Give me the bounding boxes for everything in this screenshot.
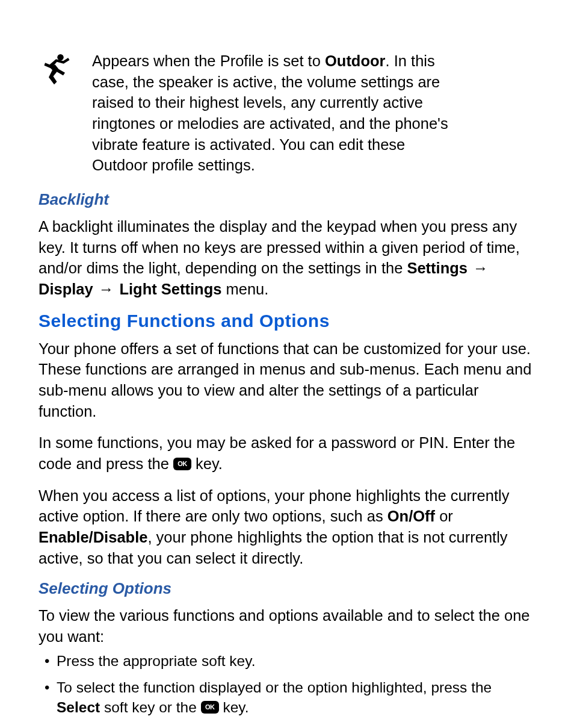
outdoor-running-person-icon [43,78,70,88]
text-fragment: key. [219,699,249,715]
selecting-functions-heading: Selecting Functions and Options [39,311,539,331]
list-item: To view the next function or highlight t… [43,724,539,728]
menu-path-settings: Settings [407,260,468,276]
page: Appears when the Profile is set to Outdo… [0,0,574,728]
outdoor-bold-label: Outdoor [325,52,386,69]
text-fragment: Appears when the Profile is set to [92,52,325,69]
text-fragment: Press the appropriate soft key. [57,653,255,669]
backlight-heading: Backlight [39,190,539,209]
arrow-icon: → [97,279,116,300]
text-fragment: To view the next function or highlight t… [57,726,519,728]
selecting-p2: In some functions, you may be asked for … [39,432,539,474]
selecting-options-heading: Selecting Options [39,579,539,598]
arrow-icon: → [472,258,490,279]
text-fragment: or [435,508,453,524]
text-fragment: soft key or the [100,699,201,715]
text-fragment: To select the function displayed or the … [57,679,492,695]
svg-point-0 [57,54,64,61]
selecting-options-list: Press the appropriate soft key. To selec… [39,651,539,728]
menu-path-display: Display [39,281,93,297]
enable-disable-label: Enable/Disable [39,529,147,546]
outdoor-icon-description: Appears when the Profile is set to Outdo… [92,51,539,176]
ok-key-icon: OK [173,458,191,470]
text-fragment: menu. [221,281,268,297]
selecting-options-intro: To view the various functions and option… [39,605,539,647]
list-item: To select the function displayed or the … [43,677,539,718]
text-fragment: . In this case, the speaker is active, t… [92,52,448,173]
outdoor-icon-row: Appears when the Profile is set to Outdo… [39,51,539,176]
list-item: Press the appropriate soft key. [43,651,539,671]
selecting-p1: Your phone offers a set of functions tha… [39,338,539,422]
select-key-label: Select [57,699,100,715]
text-fragment: key. [191,455,223,472]
menu-path-light-settings: Light Settings [119,281,221,297]
text-fragment: In some functions, you may be asked for … [39,434,515,472]
selecting-p3: When you access a list of options, your … [39,485,539,569]
backlight-paragraph: A backlight illuminates the display and … [39,216,539,300]
outdoor-icon-cell [39,51,76,89]
on-off-label: On/Off [387,508,435,524]
ok-key-icon: OK [201,701,219,714]
